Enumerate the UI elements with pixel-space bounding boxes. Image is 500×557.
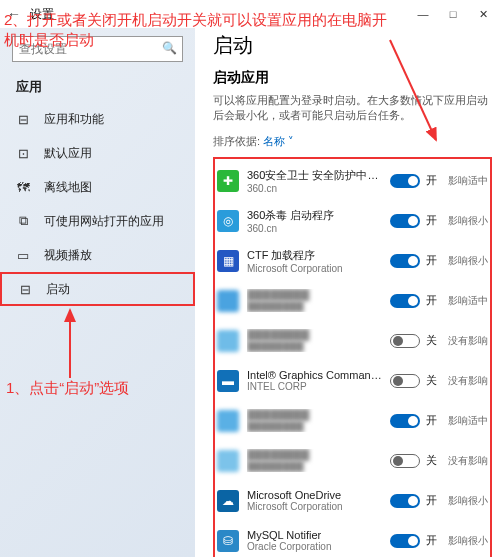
sidebar: 🔍 应用 ⊟应用和功能⊡默认应用🗺离线地图⧉可使用网站打开的应用▭视频播放⊟启动 <box>0 28 195 557</box>
app-icon: ✚ <box>217 170 239 192</box>
window-title: 设置 <box>26 6 408 23</box>
app-text: Microsoft OneDrive Microsoft Corporation <box>247 489 382 512</box>
app-row: ████████ ████████ 关 没有影响 <box>217 321 488 361</box>
sidebar-item-icon: ⊡ <box>16 146 30 161</box>
section-title: 启动应用 <box>213 69 492 87</box>
app-publisher: ████████ <box>247 341 382 352</box>
sidebar-item-icon: ▭ <box>16 248 30 263</box>
app-row: ☁ Microsoft OneDrive Microsoft Corporati… <box>217 481 488 521</box>
app-row: ⛁ MySQL Notifier Oracle Corporation 开 影响… <box>217 521 488 557</box>
app-text: Intel® Graphics Command Center S... INTE… <box>247 369 382 392</box>
app-text: 360杀毒 启动程序 360.cn <box>247 208 382 234</box>
sidebar-item-icon: ⊟ <box>18 282 32 297</box>
app-icon: ▬ <box>217 370 239 392</box>
app-name: MySQL Notifier <box>247 529 382 541</box>
app-icon <box>217 290 239 312</box>
app-row: ████████ ████████ 开 影响适中 <box>217 401 488 441</box>
toggle-state-label: 开 <box>426 293 440 308</box>
app-icon <box>217 410 239 432</box>
sidebar-item-1[interactable]: ⊡默认应用 <box>0 136 195 170</box>
maximize-button[interactable]: □ <box>438 0 468 28</box>
impact-label: 没有影响 <box>448 374 488 388</box>
app-name: ████████ <box>247 409 382 421</box>
sidebar-heading: 应用 <box>0 72 195 102</box>
titlebar: ← 设置 — □ ✕ <box>0 0 500 28</box>
impact-label: 没有影响 <box>448 334 488 348</box>
app-icon: ⛁ <box>217 530 239 552</box>
sidebar-item-4[interactable]: ▭视频播放 <box>0 238 195 272</box>
startup-toggle[interactable] <box>390 294 420 308</box>
sidebar-item-label: 应用和功能 <box>44 111 104 128</box>
app-icon <box>217 450 239 472</box>
impact-label: 影响很小 <box>448 214 488 228</box>
app-icon: ☁ <box>217 490 239 512</box>
app-name: ████████ <box>247 289 382 301</box>
startup-toggle[interactable] <box>390 254 420 268</box>
app-row: ████████ ████████ 开 影响适中 <box>217 281 488 321</box>
impact-label: 影响很小 <box>448 534 488 548</box>
toggle-state-label: 关 <box>426 453 440 468</box>
sidebar-item-label: 启动 <box>46 281 70 298</box>
startup-toggle[interactable] <box>390 214 420 228</box>
app-name: ████████ <box>247 449 382 461</box>
impact-label: 没有影响 <box>448 454 488 468</box>
sort-row[interactable]: 排序依据: 名称 ˅ <box>213 134 492 149</box>
app-text: CTF 加载程序 Microsoft Corporation <box>247 248 382 274</box>
settings-window: ← 设置 — □ ✕ 🔍 应用 ⊟应用和功能⊡默认应用🗺离线地图⧉可使用网站打开… <box>0 0 500 557</box>
impact-label: 影响很小 <box>448 254 488 268</box>
sort-label: 排序依据: <box>213 135 260 147</box>
sidebar-item-3[interactable]: ⧉可使用网站打开的应用 <box>0 204 195 238</box>
startup-toggle[interactable] <box>390 334 420 348</box>
minimize-button[interactable]: — <box>408 0 438 28</box>
app-icon <box>217 330 239 352</box>
close-button[interactable]: ✕ <box>468 0 498 28</box>
app-row: ████████ ████████ 关 没有影响 <box>217 441 488 481</box>
toggle-state-label: 开 <box>426 213 440 228</box>
app-name: ████████ <box>247 329 382 341</box>
app-icon: ▦ <box>217 250 239 272</box>
app-publisher: ████████ <box>247 421 382 432</box>
toggle-state-label: 开 <box>426 173 440 188</box>
app-text: ████████ ████████ <box>247 449 382 472</box>
startup-apps-list: ✚ 360安全卫士 安全防护中心模块 360.cn 开 影响适中 ◎ 360杀毒… <box>213 157 492 557</box>
sidebar-item-icon: ⧉ <box>16 213 30 229</box>
app-text: 360安全卫士 安全防护中心模块 360.cn <box>247 168 382 194</box>
app-publisher: 360.cn <box>247 223 382 234</box>
app-publisher: Microsoft Corporation <box>247 501 382 512</box>
toggle-state-label: 开 <box>426 413 440 428</box>
description-text: 可以将应用配置为登录时启动。在大多数情况下应用启动后会最小化，或者可能只启动后台… <box>213 93 492 124</box>
startup-toggle[interactable] <box>390 534 420 548</box>
app-publisher: Microsoft Corporation <box>247 263 382 274</box>
sidebar-item-label: 离线地图 <box>44 179 92 196</box>
main-content: 启动 启动应用 可以将应用配置为登录时启动。在大多数情况下应用启动后会最小化，或… <box>195 28 500 557</box>
sidebar-item-2[interactable]: 🗺离线地图 <box>0 170 195 204</box>
sort-value[interactable]: 名称 ˅ <box>263 135 294 147</box>
app-name: 360杀毒 启动程序 <box>247 208 382 223</box>
app-name: Microsoft OneDrive <box>247 489 382 501</box>
toggle-state-label: 关 <box>426 373 440 388</box>
search-icon: 🔍 <box>162 41 177 55</box>
search-input[interactable] <box>12 36 183 62</box>
startup-toggle[interactable] <box>390 494 420 508</box>
app-publisher: Oracle Corporation <box>247 541 382 552</box>
impact-label: 影响适中 <box>448 174 488 188</box>
app-text: ████████ ████████ <box>247 289 382 312</box>
sidebar-item-0[interactable]: ⊟应用和功能 <box>0 102 195 136</box>
app-text: ████████ ████████ <box>247 329 382 352</box>
back-button[interactable]: ← <box>2 6 26 22</box>
app-name: 360安全卫士 安全防护中心模块 <box>247 168 382 183</box>
page-title: 启动 <box>213 32 492 59</box>
toggle-state-label: 开 <box>426 253 440 268</box>
startup-toggle[interactable] <box>390 454 420 468</box>
app-publisher: ████████ <box>247 301 382 312</box>
startup-toggle[interactable] <box>390 414 420 428</box>
app-row: ✚ 360安全卫士 安全防护中心模块 360.cn 开 影响适中 <box>217 161 488 201</box>
startup-toggle[interactable] <box>390 374 420 388</box>
startup-toggle[interactable] <box>390 174 420 188</box>
app-publisher: ████████ <box>247 461 382 472</box>
impact-label: 影响适中 <box>448 294 488 308</box>
app-name: Intel® Graphics Command Center S... <box>247 369 382 381</box>
app-publisher: INTEL CORP <box>247 381 382 392</box>
sidebar-item-5[interactable]: ⊟启动 <box>0 272 195 306</box>
sidebar-item-label: 视频播放 <box>44 247 92 264</box>
